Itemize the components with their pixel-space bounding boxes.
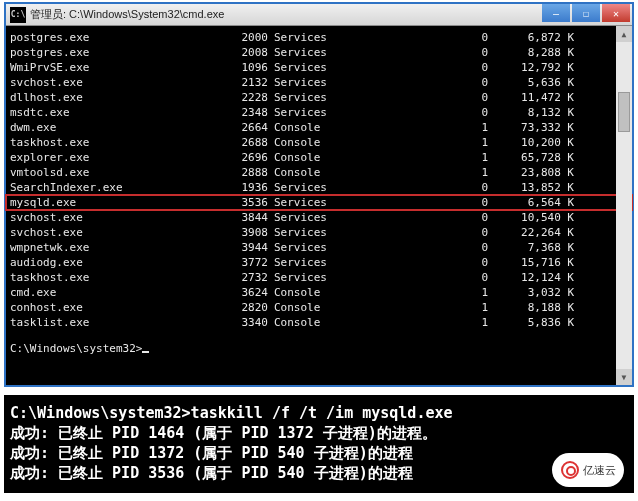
process-row: explorer.exe2696Console165,728 K (6, 150, 632, 165)
process-name: taskhost.exe (10, 270, 220, 285)
process-mem: 12,792 K (494, 60, 578, 75)
process-sid: 1 (374, 315, 494, 330)
process-name: cmd.exe (10, 285, 220, 300)
process-row: svchost.exe3908Services022,264 K (6, 225, 632, 240)
process-mem: 65,728 K (494, 150, 578, 165)
process-pid: 1936 (220, 180, 274, 195)
process-pid: 2348 (220, 105, 274, 120)
process-sid: 0 (374, 255, 494, 270)
process-session: Services (274, 225, 374, 240)
process-sid: 1 (374, 300, 494, 315)
scroll-track[interactable] (616, 42, 632, 369)
process-session: Services (274, 180, 374, 195)
vertical-scrollbar[interactable]: ▲ ▼ (616, 26, 632, 385)
close-button[interactable]: ✕ (602, 4, 630, 22)
watermark-logo: 亿速云 (552, 453, 624, 487)
process-name: svchost.exe (10, 225, 220, 240)
maximize-button[interactable]: ☐ (572, 4, 600, 22)
process-sid: 0 (374, 180, 494, 195)
watermark-icon (561, 461, 579, 479)
process-name: conhost.exe (10, 300, 220, 315)
process-row: postgres.exe2008Services08,288 K (6, 45, 632, 60)
process-row: audiodg.exe3772Services015,716 K (6, 255, 632, 270)
process-sid: 0 (374, 90, 494, 105)
process-mem: 73,332 K (494, 120, 578, 135)
process-name: audiodg.exe (10, 255, 220, 270)
taskkill-command: C:\Windows\system32>taskkill /f /t /im m… (10, 403, 628, 423)
prompt-line: C:\Windows\system32> (6, 342, 632, 355)
process-mem: 5,636 K (494, 75, 578, 90)
process-pid: 2696 (220, 150, 274, 165)
process-sid: 1 (374, 285, 494, 300)
process-session: Console (274, 135, 374, 150)
process-name: WmiPrvSE.exe (10, 60, 220, 75)
process-row: svchost.exe3844Services010,540 K (6, 210, 632, 225)
process-session: Console (274, 300, 374, 315)
process-mem: 12,124 K (494, 270, 578, 285)
process-sid: 0 (374, 210, 494, 225)
process-pid: 2888 (220, 165, 274, 180)
process-sid: 0 (374, 195, 494, 210)
process-sid: 1 (374, 165, 494, 180)
process-sid: 1 (374, 135, 494, 150)
process-pid: 3908 (220, 225, 274, 240)
watermark-text: 亿速云 (583, 460, 616, 480)
scroll-down-button[interactable]: ▼ (616, 369, 632, 385)
process-sid: 0 (374, 30, 494, 45)
process-name: postgres.exe (10, 30, 220, 45)
process-sid: 1 (374, 120, 494, 135)
process-session: Console (274, 165, 374, 180)
taskkill-result-line: 成功: 已终止 PID 1464 (属于 PID 1372 子进程)的进程。 (10, 423, 628, 443)
cursor (142, 351, 149, 353)
prompt-text: C:\Windows\system32> (10, 342, 142, 355)
process-mem: 13,852 K (494, 180, 578, 195)
process-row: svchost.exe2132Services05,636 K (6, 75, 632, 90)
process-row: dllhost.exe2228Services011,472 K (6, 90, 632, 105)
process-mem: 8,188 K (494, 300, 578, 315)
process-sid: 0 (374, 225, 494, 240)
process-name: msdtc.exe (10, 105, 220, 120)
process-sid: 0 (374, 45, 494, 60)
process-session: Services (274, 270, 374, 285)
process-mem: 22,264 K (494, 225, 578, 240)
process-session: Console (274, 150, 374, 165)
process-row: dwm.exe2664Console173,332 K (6, 120, 632, 135)
process-session: Console (274, 120, 374, 135)
process-pid: 3844 (220, 210, 274, 225)
process-mem: 15,716 K (494, 255, 578, 270)
process-pid: 3944 (220, 240, 274, 255)
process-session: Services (274, 60, 374, 75)
cmd-window: C:\ 管理员: C:\Windows\System32\cmd.exe — ☐… (4, 2, 634, 387)
process-pid: 2820 (220, 300, 274, 315)
process-sid: 1 (374, 150, 494, 165)
process-mem: 6,872 K (494, 30, 578, 45)
minimize-button[interactable]: — (542, 4, 570, 22)
process-row: taskhost.exe2688Console110,200 K (6, 135, 632, 150)
process-mem: 8,288 K (494, 45, 578, 60)
scroll-up-button[interactable]: ▲ (616, 26, 632, 42)
process-mem: 8,132 K (494, 105, 578, 120)
process-pid: 2732 (220, 270, 274, 285)
terminal-body[interactable]: postgres.exe2000Services06,872 Kpostgres… (6, 26, 632, 385)
process-name: dwm.exe (10, 120, 220, 135)
process-mem: 11,472 K (494, 90, 578, 105)
process-row-highlighted: mysqld.exe3536Services06,564 K (6, 195, 632, 210)
process-sid: 0 (374, 75, 494, 90)
process-session: Services (274, 240, 374, 255)
process-name: mysqld.exe (10, 195, 220, 210)
process-sid: 0 (374, 270, 494, 285)
process-row: conhost.exe2820Console18,188 K (6, 300, 632, 315)
process-row: postgres.exe2000Services06,872 K (6, 30, 632, 45)
titlebar[interactable]: C:\ 管理员: C:\Windows\System32\cmd.exe — ☐… (6, 4, 632, 26)
process-session: Services (274, 105, 374, 120)
scroll-thumb[interactable] (618, 92, 630, 132)
process-pid: 3772 (220, 255, 274, 270)
process-name: tasklist.exe (10, 315, 220, 330)
process-session: Services (274, 45, 374, 60)
taskkill-result-line: 成功: 已终止 PID 3536 (属于 PID 540 子进程)的进程 (10, 463, 628, 483)
taskkill-result-line: 成功: 已终止 PID 1372 (属于 PID 540 子进程)的进程 (10, 443, 628, 463)
process-row: SearchIndexer.exe1936Services013,852 K (6, 180, 632, 195)
cmd-icon: C:\ (10, 7, 26, 23)
process-session: Services (274, 255, 374, 270)
process-row: vmtoolsd.exe2888Console123,808 K (6, 165, 632, 180)
